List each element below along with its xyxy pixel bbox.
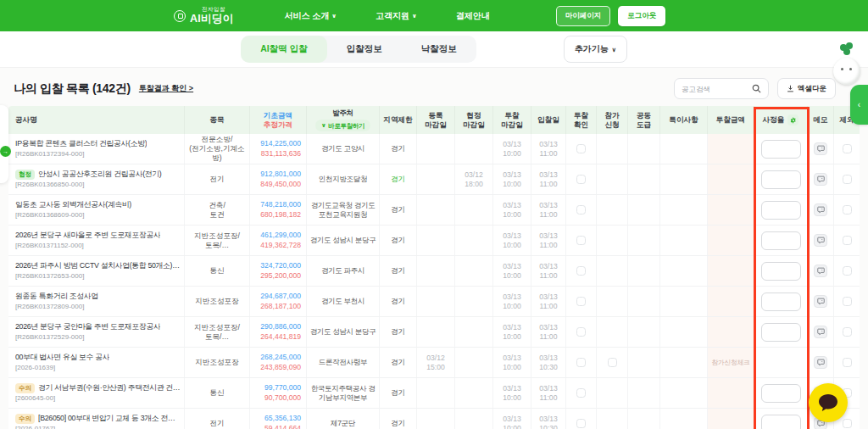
project-name-cell[interactable]: 수의경기 서남부권(수원·안산권) 주택전시관 건립 정보통…[2600645-…: [8, 378, 185, 408]
bid-date-cell: 03/13 10:30: [531, 409, 566, 429]
search-input[interactable]: [682, 85, 749, 93]
owner-cell: 경기도교육청 경기도포천교육지원청: [307, 195, 380, 225]
bid-result-link[interactable]: 투찰결과 확인 >: [139, 83, 193, 94]
exclude-checkbox[interactable]: [843, 236, 852, 245]
exclude-checkbox[interactable]: [843, 144, 852, 153]
project-name-line: 2026년 분당구 새마을로 주변 도로재포장공사: [15, 231, 160, 240]
col-header-price[interactable]: 기초금액 추정가격: [250, 106, 307, 134]
project-name-cell[interactable]: 2026년 분당구 새마을로 주변 도로재포장공사[R26BK01371152-…: [8, 226, 185, 255]
bid-confirm-checkbox[interactable]: [576, 297, 586, 306]
exclude-checkbox[interactable]: [843, 266, 852, 276]
bid-confirm-checkbox[interactable]: [576, 205, 586, 214]
bid-date-cell: 03/13 10:30: [531, 348, 566, 377]
rate-input[interactable]: [761, 231, 801, 250]
side-panel-tab-button[interactable]: ‹: [850, 85, 868, 125]
region-cell: 경기: [380, 409, 417, 429]
rate-input[interactable]: [761, 384, 801, 403]
nav-item-label: 고객지원: [376, 10, 409, 22]
project-name-cell[interactable]: 수의[B26050] 00부대 변압기 교체 등 3개소 전기공사[2026-0…: [8, 409, 185, 429]
apply-cell: [597, 409, 628, 429]
project-name-cell[interactable]: 원종동 특화거리 조성사업[R26BK01372809-000]: [8, 287, 185, 316]
project-name: 2026년 파주시 방범 CCTV 설치사업(통합 50개소) 통신공사: [15, 261, 181, 270]
table-row: 00부대 법사면 유실 보수 공사[2026-01639]지반조성포장268,2…: [8, 348, 860, 378]
bid-confirm-checkbox[interactable]: [576, 358, 586, 367]
exclude-checkbox[interactable]: [843, 175, 852, 184]
rate-input[interactable]: [761, 201, 801, 220]
row-badge: 수의: [15, 414, 35, 424]
price-cell: 65,356,13059,414,664: [250, 409, 307, 429]
tab-bid-info[interactable]: 입찰정보: [327, 36, 402, 63]
clover-mascot: [830, 42, 865, 88]
left-drawer-toggle-button[interactable]: →: [0, 146, 11, 157]
price-cell: 914,225,000831,113,636: [250, 134, 307, 164]
apply-checkbox[interactable]: [608, 358, 617, 367]
project-name-cell[interactable]: 협정안성시 공공산후조리원 건립공사(전기)[R26BK01366850-000…: [8, 164, 185, 194]
project-name-cell[interactable]: 00부대 법사면 유실 보수 공사[2026-01639]: [8, 348, 185, 377]
kakao-chat-button[interactable]: [809, 383, 848, 422]
bid-confirm-checkbox[interactable]: [576, 236, 586, 245]
project-name-cell[interactable]: 2026년 분당구 궁안마을 주변 도로재포장공사[R26BK01372529-…: [8, 317, 185, 347]
project-name: IP융복합 콘텐츠 클러스터 건립공사(소방): [15, 139, 147, 148]
estimated-price: 243,859,090: [260, 363, 301, 372]
rate-input[interactable]: [761, 292, 801, 311]
mypage-button[interactable]: 마이페이지: [556, 6, 611, 26]
apply-cell: [597, 348, 628, 377]
project-code: [R26BK01366850-000]: [15, 181, 84, 189]
bid-confirm-checkbox[interactable]: [576, 175, 586, 184]
extra-features-button[interactable]: 추가기능 ∨: [564, 36, 627, 63]
row-badge: 협정: [15, 170, 35, 180]
bid-table: 공사명 종목 기초금액 추정가격 발주처 ∨ 바로투찰하기 지역제한 등록 마감…: [8, 106, 860, 429]
logout-button[interactable]: 로그아웃: [618, 6, 665, 26]
memo-button[interactable]: [814, 265, 827, 277]
agree-close-cell: [455, 287, 493, 316]
rate-input[interactable]: [761, 140, 801, 159]
memo-button[interactable]: [814, 326, 827, 338]
memo-button[interactable]: [814, 173, 827, 186]
exclude-checkbox[interactable]: [843, 327, 852, 337]
nav-item-service[interactable]: 서비스 소개 ∨: [285, 10, 337, 22]
memo-button[interactable]: [814, 295, 827, 308]
bid-confirm-checkbox[interactable]: [576, 419, 586, 428]
agree-close-cell: [455, 226, 493, 255]
nav-item-support[interactable]: 고객지원 ∨: [376, 10, 417, 22]
rate-input[interactable]: [761, 170, 801, 189]
bid-confirm-checkbox[interactable]: [576, 327, 586, 337]
exclude-checkbox[interactable]: [843, 358, 852, 367]
memo-button[interactable]: [814, 203, 827, 216]
memo-button[interactable]: [814, 356, 827, 369]
project-name-cell[interactable]: 일동초 교사동 외벽개선공사(계속비)[R26BK01368609-000]: [8, 195, 185, 225]
rate-input[interactable]: [761, 262, 801, 281]
bid-confirm-checkbox[interactable]: [576, 144, 586, 153]
excel-download-button[interactable]: 엑셀다운: [777, 78, 836, 99]
bid-amount-cell: [708, 409, 754, 429]
memo-icon: [817, 176, 825, 183]
search-icon[interactable]: [752, 84, 761, 93]
rate-input[interactable]: [761, 323, 801, 342]
tab-ai-bid[interactable]: AI찰떡 입찰: [241, 36, 326, 63]
project-name-cell[interactable]: IP융복합 콘텐츠 클러스터 건립공사(소방)[R26BK01372394-00…: [8, 134, 185, 164]
memo-button[interactable]: [814, 234, 827, 247]
nav-item-payment[interactable]: 결제안내: [456, 10, 490, 22]
project-code: [R26BK01371152-000]: [15, 242, 84, 250]
title-row: 나의 입찰 목록 (142건) 투찰결과 확인 > 엑셀다운: [0, 68, 868, 104]
brand-logo[interactable]: 전자입찰 AI비딩이: [174, 7, 234, 25]
exclude-checkbox[interactable]: [843, 419, 852, 428]
exclude-checkbox[interactable]: [843, 205, 852, 214]
bid-confirm-checkbox[interactable]: [576, 388, 586, 398]
price-cell: 294,687,000268,187,100: [250, 287, 307, 316]
project-name-cell[interactable]: 2026년 파주시 방범 CCTV 설치사업(통합 50개소) 통신공사[R26…: [8, 256, 185, 286]
tab-award-info[interactable]: 낙찰정보: [402, 36, 476, 63]
bid-close-cell: 03/13 10:00: [493, 378, 531, 408]
memo-button[interactable]: [814, 142, 827, 155]
bid-amount-cell: [708, 164, 754, 194]
exclude-checkbox[interactable]: [843, 297, 852, 306]
estimated-price: 59,414,664: [264, 424, 301, 429]
rate-input[interactable]: [761, 415, 801, 429]
project-name: [B26050] 00부대 변압기 교체 등 3개소 전기공사: [38, 414, 181, 423]
bid-confirm-checkbox[interactable]: [576, 266, 586, 276]
project-code: [2600645-00]: [15, 394, 55, 403]
direct-bid-button[interactable]: ∨ 바로투찰하기: [315, 120, 370, 131]
table-row: 협정안성시 공공산후조리원 건립공사(전기)[R26BK01366850-000…: [8, 164, 860, 195]
tab-group: AI찰떡 입찰 입찰정보 낙찰정보: [241, 36, 476, 63]
rate-settings-button[interactable]: [787, 114, 798, 125]
